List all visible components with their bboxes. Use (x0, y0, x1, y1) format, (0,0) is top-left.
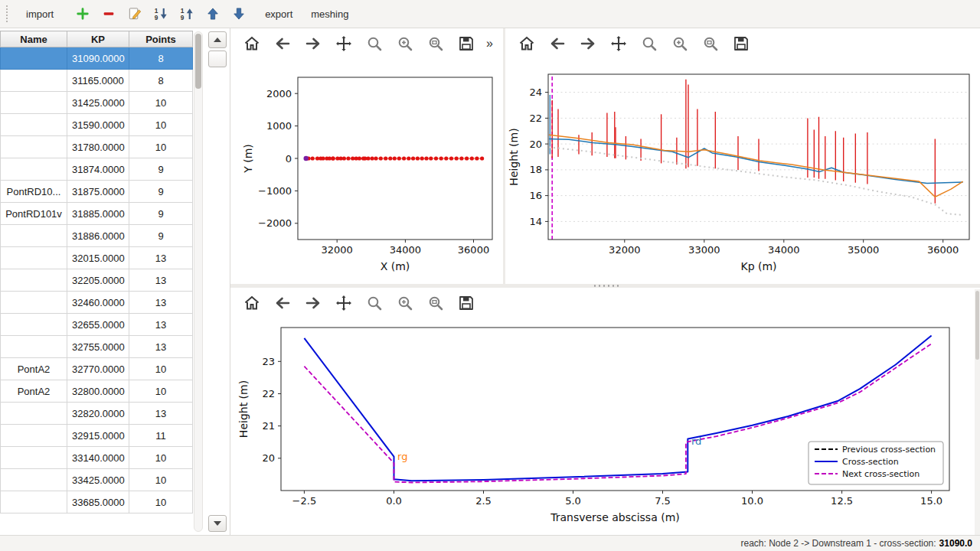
zoom-in-button[interactable] (393, 291, 417, 315)
cell-name[interactable] (1, 225, 67, 247)
cell-name[interactable] (1, 70, 67, 92)
table-row[interactable]: 31425.000010 (1, 92, 193, 114)
cell-name[interactable]: PontA2 (1, 358, 67, 380)
zoom-in-button[interactable] (668, 31, 692, 56)
edit-button[interactable] (123, 2, 146, 25)
add-button[interactable] (71, 2, 94, 25)
cell-kp[interactable]: 32015.0000 (67, 247, 129, 269)
zoom-button[interactable] (362, 31, 387, 56)
table-row[interactable]: 32820.000013 (1, 403, 193, 425)
table-row[interactable]: 33425.000010 (1, 469, 193, 491)
table-row[interactable]: 32205.000013 (1, 269, 193, 292)
table-row[interactable]: 32755.000013 (1, 336, 193, 358)
table-scrollbar-thumb[interactable] (195, 34, 201, 89)
cell-pts[interactable]: 10 (129, 358, 193, 380)
cell-pts[interactable]: 13 (129, 314, 193, 336)
move-up-button[interactable] (201, 2, 224, 25)
cell-name[interactable]: PontRD101v (1, 203, 67, 225)
cell-pts[interactable]: 9 (129, 158, 193, 181)
cell-kp[interactable]: 31780.0000 (67, 136, 129, 158)
zoom-button[interactable] (362, 291, 387, 315)
table-row[interactable]: 32015.000013 (1, 247, 193, 269)
import-button[interactable]: import (20, 5, 60, 24)
cell-kp[interactable]: 31874.0000 (67, 158, 129, 181)
back-button[interactable] (270, 31, 295, 56)
forward-button[interactable] (301, 31, 325, 56)
table-scrollbar[interactable] (194, 31, 203, 532)
cell-pts[interactable]: 13 (129, 292, 193, 314)
right-scrollbar-thumb[interactable] (975, 291, 979, 360)
zoom-in-button[interactable] (393, 31, 417, 56)
toolbar-grip[interactable] (6, 5, 11, 22)
cell-pts[interactable]: 9 (129, 225, 193, 247)
column-header-kp[interactable]: KP (67, 31, 129, 47)
cell-kp[interactable]: 33140.0000 (67, 447, 129, 469)
cell-kp[interactable]: 32205.0000 (67, 269, 129, 292)
cell-kp[interactable]: 31590.0000 (67, 114, 129, 136)
right-scrollbar[interactable] (975, 289, 980, 535)
table-row[interactable]: 31165.00008 (1, 70, 193, 92)
zoom-button[interactable] (637, 31, 662, 56)
table-row[interactable]: 31886.00009 (1, 225, 193, 247)
cell-name[interactable] (1, 114, 67, 136)
pan-button[interactable] (332, 291, 356, 315)
cell-name[interactable] (1, 469, 67, 491)
cell-name[interactable] (1, 269, 67, 292)
export-button[interactable]: export (259, 5, 299, 24)
table-row[interactable]: 31590.000010 (1, 114, 193, 136)
cell-pts[interactable]: 9 (129, 203, 193, 225)
zoom-rect-button[interactable] (698, 31, 723, 56)
cell-kp[interactable]: 32655.0000 (67, 314, 129, 336)
cell-pts[interactable]: 11 (129, 425, 193, 447)
cell-pts[interactable]: 8 (129, 70, 193, 92)
cell-kp[interactable]: 31885.0000 (67, 203, 129, 225)
cell-name[interactable]: PontRD10... (1, 181, 67, 203)
cell-kp[interactable]: 31886.0000 (67, 225, 129, 247)
save-button[interactable] (454, 31, 479, 56)
table-row[interactable]: 32460.000013 (1, 292, 193, 314)
toolbar-overflow-chevron[interactable]: » (486, 37, 493, 51)
column-header-points[interactable]: Points (129, 31, 193, 47)
sort-ascending-button[interactable]: 19 (175, 2, 198, 25)
cell-pts[interactable]: 10 (129, 447, 193, 469)
cell-pts[interactable]: 8 (129, 47, 193, 70)
zoom-rect-button[interactable] (423, 31, 448, 56)
cell-name[interactable] (1, 47, 67, 70)
table-row[interactable]: 32915.000011 (1, 425, 193, 447)
cell-pts[interactable]: 10 (129, 136, 193, 158)
cell-name[interactable]: PontA2 (1, 380, 67, 403)
cell-name[interactable] (1, 314, 67, 336)
table-row[interactable]: PontRD10...31875.00009 (1, 181, 193, 203)
cell-pts[interactable]: 10 (129, 92, 193, 114)
table-row[interactable]: 33685.000010 (1, 491, 193, 514)
plan-chart[interactable]: 320003400036000−2000−1000010002000X (m)Y… (230, 59, 503, 284)
table-row[interactable]: 31780.000010 (1, 136, 193, 158)
cell-kp[interactable]: 32820.0000 (67, 403, 129, 425)
profile-chart[interactable]: 3200033000340003500036000141618202224Kp … (505, 59, 980, 284)
horizontal-splitter[interactable] (230, 284, 980, 288)
cell-pts[interactable]: 9 (129, 181, 193, 203)
cell-pts[interactable]: 10 (129, 491, 193, 514)
panel-scrollbar-thumb[interactable] (208, 51, 227, 67)
cell-name[interactable] (1, 336, 67, 358)
cell-pts[interactable]: 13 (129, 403, 193, 425)
cell-pts[interactable]: 13 (129, 336, 193, 358)
cell-kp[interactable]: 31090.0000 (67, 47, 129, 70)
cell-name[interactable] (1, 491, 67, 514)
home-button[interactable] (240, 291, 264, 315)
save-button[interactable] (454, 291, 479, 315)
forward-button[interactable] (576, 31, 600, 56)
table-row[interactable]: PontA232770.000010 (1, 358, 193, 380)
remove-button[interactable] (97, 2, 120, 25)
table-row[interactable]: 33140.000010 (1, 447, 193, 469)
cell-name[interactable] (1, 92, 67, 114)
cell-kp[interactable]: 32915.0000 (67, 425, 129, 447)
cell-pts[interactable]: 13 (129, 247, 193, 269)
forward-button[interactable] (301, 291, 325, 315)
home-button[interactable] (514, 31, 539, 56)
cell-pts[interactable]: 10 (129, 114, 193, 136)
table-row[interactable]: 32655.000013 (1, 314, 193, 336)
cell-name[interactable] (1, 447, 67, 469)
sort-descending-button[interactable]: 19 (149, 2, 172, 25)
table-row[interactable]: PontA232800.000010 (1, 380, 193, 403)
